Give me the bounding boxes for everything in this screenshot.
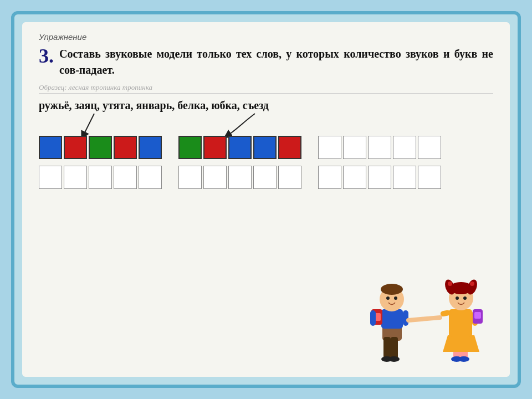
exercise-label: Упражнение <box>39 32 493 42</box>
svg-rect-5 <box>381 309 403 329</box>
answer-box-tr-4[interactable] <box>393 136 416 159</box>
answer-box-b1-5[interactable] <box>139 166 162 189</box>
answer-box-b2-5[interactable] <box>278 166 301 189</box>
svg-point-27 <box>463 296 467 300</box>
svg-point-9 <box>394 296 397 300</box>
outer-frame: Упражнение 3. Составь звуковые модели то… <box>11 11 521 388</box>
block-1-3 <box>89 136 112 159</box>
answer-boxes-bottom-2 <box>178 166 301 189</box>
answer-box-b2-3[interactable] <box>228 166 252 189</box>
answer-box-b3-1[interactable] <box>318 166 341 189</box>
sound-model-2 <box>178 136 301 159</box>
svg-rect-1 <box>383 337 391 359</box>
answer-box-tr-2[interactable] <box>343 136 366 159</box>
exercise-row: 3. Составь звуковые модели только тех сл… <box>39 46 493 78</box>
answer-box-tr-3[interactable] <box>368 136 391 159</box>
block-1-5 <box>139 136 162 159</box>
arrows-svg <box>33 111 377 139</box>
answer-box-b2-2[interactable] <box>203 166 227 189</box>
answer-box-b1-4[interactable] <box>114 166 137 189</box>
blocks-area <box>39 136 493 159</box>
ws-faded-text-1: Образец: лесная тропинка тропинка <box>39 83 152 92</box>
inner-card: Упражнение 3. Составь звуковые модели то… <box>22 22 510 377</box>
word-list: ружьё, заяц, утята, январь, белка, юбка,… <box>39 97 493 114</box>
block-2-2 <box>203 136 227 159</box>
svg-point-26 <box>456 296 459 300</box>
exercise-number: 3. <box>39 46 54 66</box>
bottom-row <box>39 166 493 189</box>
svg-point-17 <box>458 356 469 362</box>
svg-rect-2 <box>391 337 398 359</box>
answer-box-b1-1[interactable] <box>39 166 62 189</box>
block-1-2 <box>64 136 87 159</box>
answer-boxes-top-right <box>318 136 441 159</box>
answer-box-tr-1[interactable] <box>318 136 341 159</box>
svg-point-8 <box>386 296 390 300</box>
svg-line-32 <box>408 318 440 320</box>
svg-rect-12 <box>370 310 376 326</box>
blocks-row-1 <box>39 136 493 159</box>
answer-boxes-bottom-1 <box>39 166 162 189</box>
svg-marker-18 <box>443 335 479 352</box>
answer-box-b3-2[interactable] <box>343 166 366 189</box>
answer-box-b3-3[interactable] <box>368 166 391 189</box>
svg-rect-13 <box>403 310 408 326</box>
answer-box-b1-3[interactable] <box>89 166 112 189</box>
svg-point-4 <box>388 356 400 362</box>
worksheet-lines: Образец: лесная тропинка тропинка <box>39 81 493 94</box>
answer-boxes-bottom-3 <box>318 166 441 189</box>
svg-rect-31 <box>474 312 481 319</box>
ws-line-1: Образец: лесная тропинка тропинка <box>39 81 493 94</box>
children-illustration <box>366 249 499 371</box>
answer-box-b3-4[interactable] <box>393 166 416 189</box>
block-2-3 <box>228 136 252 159</box>
sound-model-1 <box>39 136 162 159</box>
answer-box-tr-5[interactable] <box>418 136 441 159</box>
svg-point-25 <box>470 282 474 286</box>
exercise-text: Составь звуковые модели только тех слов,… <box>59 46 493 78</box>
answer-box-b1-2[interactable] <box>64 166 87 189</box>
svg-point-7 <box>381 284 403 295</box>
answer-box-b2-1[interactable] <box>178 166 202 189</box>
svg-rect-19 <box>449 309 472 337</box>
block-1-1 <box>39 136 62 159</box>
block-2-1 <box>178 136 202 159</box>
block-2-4 <box>253 136 277 159</box>
block-1-4 <box>114 136 137 159</box>
answer-box-b2-4[interactable] <box>253 166 277 189</box>
block-2-5 <box>278 136 301 159</box>
answer-box-b3-5[interactable] <box>418 166 441 189</box>
svg-point-24 <box>448 282 452 286</box>
